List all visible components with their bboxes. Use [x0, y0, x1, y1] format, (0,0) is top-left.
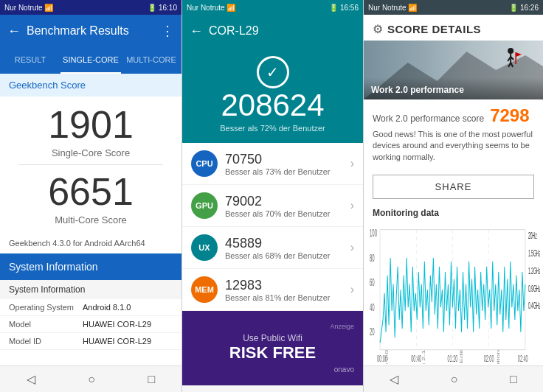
tab-single-core[interactable]: SINGLE-CORE [60, 47, 121, 74]
mem-desc: Besser als 81% der Benutzer [225, 293, 350, 302]
monitoring-chart: 100 80 60 40 20 00:00 00:40 01:20 02:00 [364, 220, 543, 365]
ad-brand: onavo [334, 365, 354, 374]
panel-score-details: Nur Notrute 📶 🔋 16:26 ⚙ SCORE DETAILS [363, 0, 543, 392]
ad-top-text: Use Public Wifi [243, 333, 302, 343]
svg-text:02:40: 02:40 [518, 354, 528, 364]
bottom-ad: 🛡 Protect Free VPN+Data Manager KOSTENLO… [182, 385, 363, 392]
row-key-model: Model [9, 320, 83, 329]
share-button[interactable]: SHARE [373, 175, 534, 199]
check-circle: ✓ [257, 56, 289, 88]
table-row: Operating System Android 8.1.0 [0, 299, 181, 316]
row-key-os: Operating System [9, 303, 83, 312]
tab-bar-1: RESULT SINGLE-CORE MULTI-CORE [0, 47, 181, 74]
ux-info: 45889 Besser als 68% der Benutzer [225, 236, 350, 260]
svg-text:Working 2.1: Working 2.1 [423, 349, 426, 364]
ad-main-text: RISK FREE [229, 343, 316, 363]
svg-text:20Hz: 20Hz [528, 231, 537, 240]
more-menu-button-1[interactable]: ⋮ [161, 23, 174, 39]
score-area: 1901 Single-Core Score 6651 Multi-Core S… [0, 97, 181, 233]
svg-text:1.5GHz: 1.5GHz [528, 248, 540, 258]
nav-bar-3: ◁ ○ □ [364, 365, 543, 392]
score-result: Work 2.0 performance score 7298 Good new… [364, 99, 543, 169]
good-news-text: Good news! This is one of the most power… [373, 129, 534, 163]
nav-home-1[interactable]: ○ [79, 370, 104, 389]
score-circle-area: ✓ 208624 Besser als 72% der Benutzer [182, 47, 363, 143]
nav-back-3[interactable]: ◁ [381, 369, 407, 389]
back-button-2[interactable]: ← [190, 24, 203, 39]
svg-text:02:00: 02:00 [484, 354, 494, 364]
metric-gpu[interactable]: GPU 79002 Besser als 70% der Benutzer › [182, 185, 363, 227]
status-bar-3: Nur Notrute 📶 🔋 16:26 [364, 0, 543, 15]
score-result-label: Work 2.0 performance score [373, 113, 484, 124]
svg-marker-8 [516, 52, 522, 57]
gpu-desc: Besser als 70% der Benutzer [225, 209, 350, 218]
nav-recent-3[interactable]: □ [501, 370, 526, 389]
ux-chevron-icon: › [350, 241, 354, 254]
row-key-modelid: Model ID [9, 337, 83, 346]
svg-text:80: 80 [370, 252, 375, 264]
cpu-badge: CPU [191, 150, 218, 177]
nav-back-1[interactable]: ◁ [18, 369, 44, 389]
geekbench-section-header: Geekbench Score [0, 74, 181, 97]
back-button-1[interactable]: ← [7, 24, 21, 39]
svg-point-1 [508, 48, 513, 54]
big-score-2: 208624 [221, 88, 324, 122]
svg-text:01:20: 01:20 [447, 354, 457, 364]
mem-chevron-icon: › [350, 283, 354, 296]
ad-label: Anzeige [330, 323, 354, 330]
status-left-1: Nur Notrute 📶 [4, 4, 53, 12]
system-info-sub: System Information [0, 280, 181, 299]
table-row: Model HUAWEI COR-L29 [0, 316, 181, 333]
svg-text:Encryption: Encryption [497, 349, 500, 364]
svg-text:0.9GHz: 0.9GHz [528, 284, 540, 293]
toolbar-title-1: Benchmark Results [27, 24, 155, 38]
status-right-2: 🔋 16:56 [329, 4, 359, 12]
tab-result[interactable]: RESULT [0, 47, 60, 74]
nav-recent-1[interactable]: □ [139, 370, 165, 389]
row-val-model: HUAWEI COR-L29 [83, 320, 151, 329]
status-left-3: Nur Notrute 📶 [368, 4, 417, 12]
ad-banner: Anzeige Use Public Wifi RISK FREE onavo [182, 311, 363, 385]
svg-text:00:40: 00:40 [411, 354, 421, 364]
metric-ux[interactable]: UX 45889 Besser als 68% der Benutzer › [182, 227, 363, 269]
toolbar-1: ← Benchmark Results ⋮ [0, 15, 181, 47]
cpu-score: 70750 [225, 152, 350, 167]
gear-icon: ⚙ [373, 22, 383, 36]
svg-text:20: 20 [370, 326, 375, 338]
hero-image: Work 2.0 performance [364, 41, 543, 99]
score-details-title: SCORE DETAILS [387, 23, 481, 35]
panel-benchmark-results: Nur Notrute 📶 🔋 16:10 ← Benchmark Result… [0, 0, 181, 392]
svg-text:Picture Edit: Picture Edit [460, 349, 463, 364]
svg-text:100: 100 [370, 227, 377, 239]
panel-cor-l29: Nur Notrute 📶 🔋 16:56 ← COR-L29 ✓ 208624… [181, 0, 363, 392]
cpu-info: 70750 Besser als 73% der Benutzer [225, 152, 350, 176]
multi-core-label: Multi-Core Score [55, 214, 127, 225]
tab-multi-core[interactable]: MULTI-CORE [121, 47, 181, 74]
svg-text:1.2GHz: 1.2GHz [528, 266, 540, 276]
score-details-header: ⚙ SCORE DETAILS [364, 15, 543, 41]
single-core-label: Single-Core Score [52, 147, 130, 158]
hero-label: Work 2.0 performance [371, 85, 464, 95]
gpu-score: 79002 [225, 194, 350, 209]
svg-text:0.4GHz: 0.4GHz [528, 301, 540, 311]
gpu-chevron-icon: › [350, 199, 354, 212]
score-sub-2: Besser als 72% der Benutzer [220, 124, 325, 133]
status-right-1: 🔋 16:10 [148, 4, 177, 12]
score-divider [18, 164, 164, 165]
monitoring-label: Monitoring data [364, 205, 543, 220]
ux-badge: UX [191, 234, 218, 261]
gpu-badge: GPU [191, 192, 218, 219]
mem-info: 12983 Besser als 81% der Benutzer [225, 278, 350, 302]
row-val-modelid: HUAWEI COR-L29 [83, 337, 151, 346]
toolbar-title-2: COR-L29 [209, 24, 356, 38]
svg-text:Web 2.0: Web 2.0 [385, 349, 389, 364]
row-val-os: Android 8.1.0 [83, 303, 131, 312]
metric-cpu[interactable]: CPU 70750 Besser als 73% der Benutzer › [182, 143, 363, 185]
svg-text:40: 40 [370, 301, 375, 313]
gpu-info: 79002 Besser als 70% der Benutzer [225, 194, 350, 218]
nav-home-3[interactable]: ○ [442, 370, 467, 389]
system-info-header[interactable]: System Information [0, 253, 181, 280]
metric-mem[interactable]: MEM 12983 Besser als 81% der Benutzer › [182, 269, 363, 311]
single-core-score: 1901 [48, 104, 134, 146]
status-bar-1: Nur Notrute 📶 🔋 16:10 [0, 0, 181, 15]
